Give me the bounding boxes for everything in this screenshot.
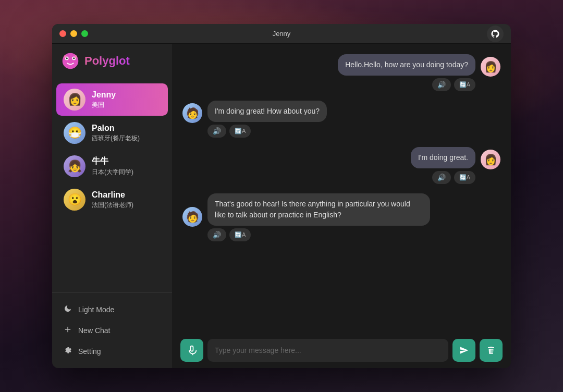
sidebar-action-setting[interactable]: Setting: [56, 341, 168, 362]
translate-icon: 🔄A: [459, 81, 470, 88]
translate-btn-m4[interactable]: 🔄A: [229, 228, 251, 241]
msg-bubble-m3: I'm doing great.: [411, 147, 475, 168]
msg-avatar-m3: 👩: [481, 150, 500, 169]
logo-area: Polyglot: [52, 44, 172, 78]
send-icon: [459, 346, 469, 355]
sidebar-action-icon-setting: [63, 346, 73, 357]
message-row-m1: 👩 Hello.Hello, how are you doing today? …: [182, 54, 500, 91]
chat-name-niuniu: 牛牛: [92, 156, 133, 167]
speak-btn-m2[interactable]: 🔊: [207, 125, 226, 138]
message-row-m4: 🧑 That's good to hear! Is there anything…: [182, 193, 500, 241]
chat-name-jenny: Jenny: [92, 90, 116, 100]
translate-btn-m3[interactable]: 🔄A: [454, 171, 475, 184]
chat-avatar-jenny: 👩: [64, 89, 85, 111]
close-btn[interactable]: [59, 30, 66, 37]
trash-icon: [486, 346, 496, 355]
speak-icon: 🔊: [213, 231, 221, 239]
svg-point-3: [66, 57, 68, 59]
speak-btn-m4[interactable]: 🔊: [207, 228, 226, 241]
msg-content-m3: I'm doing great. 🔊 🔄A: [411, 147, 475, 184]
msg-bubble-m4: That's good to hear! Is there anything i…: [207, 193, 430, 226]
sidebar-action-new-chat[interactable]: New Chat: [56, 320, 168, 341]
input-area: [172, 333, 511, 368]
maximize-btn[interactable]: [81, 30, 88, 37]
speak-icon: 🔊: [213, 127, 221, 135]
speak-icon: 🔊: [437, 81, 446, 89]
translate-icon: 🔄A: [235, 231, 246, 238]
sidebar-action-label-light-mode: Light Mode: [78, 305, 114, 314]
github-button[interactable]: [487, 26, 504, 42]
msg-avatar-m4: 🧑: [182, 207, 202, 227]
window-controls: [59, 30, 88, 37]
chat-avatar-palon: 😷: [64, 122, 85, 144]
sidebar-action-label-setting: Setting: [78, 347, 101, 356]
chat-info-charline: Charline 法国(法语老师): [92, 190, 133, 210]
message-input[interactable]: [207, 339, 448, 362]
delete-button[interactable]: [480, 339, 503, 362]
polyglot-logo-icon: [62, 52, 79, 70]
msg-avatar-m2: 🧑: [182, 103, 202, 123]
msg-content-m1: Hello.Hello, how are you doing today? 🔊 …: [338, 54, 475, 91]
sidebar-item-jenny[interactable]: 👩 Jenny 美国: [56, 83, 168, 116]
chat-sub-jenny: 美国: [92, 101, 116, 109]
chat-info-palon: Palon 西班牙(餐厅老板): [92, 124, 140, 143]
send-button[interactable]: [452, 339, 475, 362]
chat-avatar-charline: 😮: [64, 189, 85, 211]
chat-name-palon: Palon: [92, 124, 140, 133]
sidebar-item-niuniu[interactable]: 👧 牛牛 日本(大学同学): [56, 150, 168, 182]
msg-actions-m1: 🔊 🔄A: [338, 78, 475, 91]
message-row-m3: 👩 I'm doing great. 🔊 🔄A: [182, 147, 500, 184]
logo-text: Polyglot: [84, 54, 130, 68]
sidebar-bottom: Light Mode New Chat Setting: [52, 292, 172, 368]
msg-bubble-m2: I'm doing great! How about you?: [207, 101, 327, 122]
sidebar-action-light-mode[interactable]: Light Mode: [56, 299, 168, 320]
translate-icon: 🔄A: [459, 174, 470, 181]
main-content: Polyglot 👩 Jenny 美国 😷 Palon 西班牙(餐厅老板) 👧 …: [52, 44, 511, 368]
chat-area: 👩 Hello.Hello, how are you doing today? …: [172, 44, 511, 368]
chat-sub-charline: 法国(法语老师): [92, 201, 133, 210]
msg-avatar-m1: 👩: [481, 57, 500, 77]
minimize-btn[interactable]: [70, 30, 77, 37]
sidebar: Polyglot 👩 Jenny 美国 😷 Palon 西班牙(餐厅老板) 👧 …: [52, 44, 172, 368]
speak-btn-m3[interactable]: 🔊: [432, 171, 451, 184]
app-window: Jenny Polyglot: [52, 24, 511, 368]
sidebar-item-palon[interactable]: 😷 Palon 西班牙(餐厅老板): [56, 117, 168, 149]
svg-point-6: [75, 55, 77, 58]
translate-btn-m1[interactable]: 🔄A: [454, 78, 475, 91]
titlebar: Jenny: [52, 24, 511, 44]
window-title: Jenny: [273, 30, 291, 38]
github-icon: [491, 29, 500, 39]
chat-info-jenny: Jenny 美国: [92, 90, 116, 109]
svg-point-4: [73, 57, 75, 59]
speak-btn-m1[interactable]: 🔊: [432, 78, 451, 91]
translate-icon: 🔄A: [235, 128, 246, 134]
messages: 👩 Hello.Hello, how are you doing today? …: [172, 44, 511, 333]
message-row-m2: 🧑 I'm doing great! How about you? 🔊 🔄A: [182, 101, 500, 138]
chat-sub-palon: 西班牙(餐厅老板): [92, 134, 140, 143]
sidebar-action-icon-new-chat: [63, 325, 73, 336]
translate-btn-m2[interactable]: 🔄A: [229, 125, 251, 138]
sidebar-action-label-new-chat: New Chat: [78, 326, 110, 335]
msg-actions-m4: 🔊 🔄A: [207, 228, 430, 241]
speak-icon: 🔊: [437, 174, 446, 181]
msg-content-m2: I'm doing great! How about you? 🔊 🔄A: [207, 101, 327, 138]
mic-icon: [187, 345, 197, 356]
msg-content-m4: That's good to hear! Is there anything i…: [207, 193, 430, 241]
chat-info-niuniu: 牛牛 日本(大学同学): [92, 156, 133, 177]
msg-actions-m2: 🔊 🔄A: [207, 125, 327, 138]
chat-avatar-niuniu: 👧: [64, 155, 85, 177]
svg-point-5: [64, 55, 66, 58]
chat-list: 👩 Jenny 美国 😷 Palon 西班牙(餐厅老板) 👧 牛牛 日本(大学同…: [52, 78, 172, 292]
msg-actions-m3: 🔊 🔄A: [411, 171, 475, 184]
msg-bubble-m1: Hello.Hello, how are you doing today?: [338, 54, 475, 76]
sidebar-item-charline[interactable]: 😮 Charline 法国(法语老师): [56, 183, 168, 216]
sidebar-action-icon-light-mode: [63, 304, 73, 315]
chat-name-charline: Charline: [92, 190, 133, 200]
chat-sub-niuniu: 日本(大学同学): [92, 168, 133, 177]
mic-button[interactable]: [180, 339, 203, 362]
